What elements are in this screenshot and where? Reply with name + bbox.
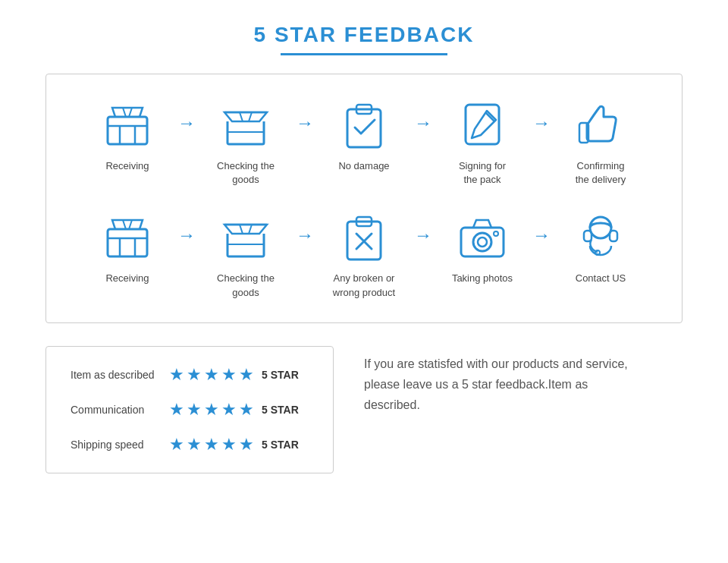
step-no-damage: No damage [318,97,410,173]
rating-row-communication: Communication ★ ★ ★ ★ ★ 5 STAR [71,400,309,420]
support-icon [573,209,628,264]
step-label-checking-1: Checking thegoods [217,159,275,187]
star-3: ★ [204,400,219,420]
star-5: ★ [239,365,254,385]
star-1: ★ [169,365,184,385]
step-photos: Taking photos [437,209,528,285]
step-label-signing: Signing forthe pack [459,159,506,187]
rating-label-item-described: Item as described [71,369,169,381]
rating-label-shipping: Shipping speed [71,439,169,451]
stars-item-described: ★ ★ ★ ★ ★ [169,365,254,385]
arrow-2-1: → [173,225,200,246]
step-contact: Contact US [555,209,646,285]
sign-icon [455,97,510,152]
arrow-1-1: → [173,112,200,134]
step-receiving-1: Receiving [82,97,173,173]
svg-rect-3 [466,105,499,144]
step-label-contact: Contact US [576,272,626,285]
step-label-photos: Taking photos [452,272,513,285]
svg-point-11 [494,231,498,236]
star-1: ★ [169,400,184,420]
step-receiving-2: Receiving [82,209,173,285]
svg-point-10 [478,237,487,247]
svg-point-9 [473,233,491,251]
star-2: ★ [187,400,202,420]
step-label-broken: Any broken orwrong product [333,272,395,299]
arrow-2-2: → [291,225,318,246]
clipboard-check-icon [337,97,391,152]
star-badge-item-described: 5 STAR [262,369,299,381]
feedback-section: Item as described ★ ★ ★ ★ ★ 5 STAR Commu… [46,346,682,473]
arrow-1-3: → [410,112,437,134]
step-label-confirming: Confirmingthe delivery [576,159,626,187]
page-title: 5 STAR FEEDBACK [254,23,475,47]
star-4: ★ [221,365,237,385]
svg-point-12 [590,217,611,238]
box-open-icon [218,97,273,152]
step-broken: Any broken orwrong product [318,209,410,299]
stars-communication: ★ ★ ★ ★ ★ [169,400,254,420]
svg-rect-5 [108,229,147,256]
step-label-receiving-1: Receiving [105,159,149,173]
box-closed-icon-2 [100,209,155,264]
star-3: ★ [204,365,219,385]
arrow-2-3: → [410,225,437,246]
star-badge-shipping: 5 STAR [262,439,299,451]
thumbsup-icon [573,97,628,152]
svg-rect-13 [584,231,592,241]
arrow-2-4: → [528,225,555,246]
svg-rect-0 [108,117,147,144]
svg-rect-1 [347,109,381,147]
star-1: ★ [169,435,184,454]
process-row-1: Receiving → Checking thegoods → [61,97,667,187]
step-confirming: Confirmingthe delivery [555,97,646,187]
process-box: Receiving → Checking thegoods → [46,74,682,323]
star-5: ★ [239,400,254,420]
arrow-1-2: → [291,112,318,134]
rating-row-shipping: Shipping speed ★ ★ ★ ★ ★ 5 STAR [71,435,309,454]
svg-rect-14 [610,231,617,241]
step-checking-1: Checking thegoods [200,97,291,187]
feedback-text: If you are statisfed with our products a… [364,346,637,416]
star-4: ★ [221,400,237,420]
star-3: ★ [204,435,219,454]
rating-label-communication: Communication [71,404,169,416]
step-checking-2: Checking thegoods [200,209,291,299]
rating-box: Item as described ★ ★ ★ ★ ★ 5 STAR Commu… [46,346,334,473]
star-5: ★ [239,435,254,454]
star-2: ★ [187,365,202,385]
title-underline [281,53,447,55]
rating-row-item-described: Item as described ★ ★ ★ ★ ★ 5 STAR [71,365,309,385]
step-signing: Signing forthe pack [437,97,528,187]
box-open-icon-2 [218,209,273,264]
camera-icon [455,209,510,264]
clipboard-x-icon [337,209,391,264]
star-2: ★ [187,435,202,454]
box-closed-icon [100,97,155,152]
step-label-no-damage: No damage [338,159,389,173]
process-row-2: Receiving → Checking thegoods → [61,209,667,299]
step-label-receiving-2: Receiving [105,272,149,285]
stars-shipping: ★ ★ ★ ★ ★ [169,435,254,454]
arrow-1-4: → [528,112,555,134]
star-4: ★ [221,435,237,454]
star-badge-communication: 5 STAR [262,404,299,416]
step-label-checking-2: Checking thegoods [217,272,275,299]
